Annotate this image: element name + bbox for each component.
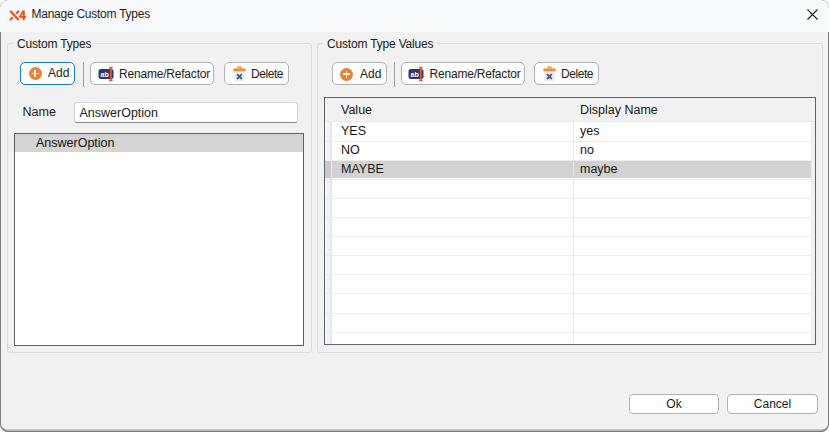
svg-text:ab: ab — [411, 70, 419, 77]
svg-text:ab: ab — [100, 70, 108, 77]
